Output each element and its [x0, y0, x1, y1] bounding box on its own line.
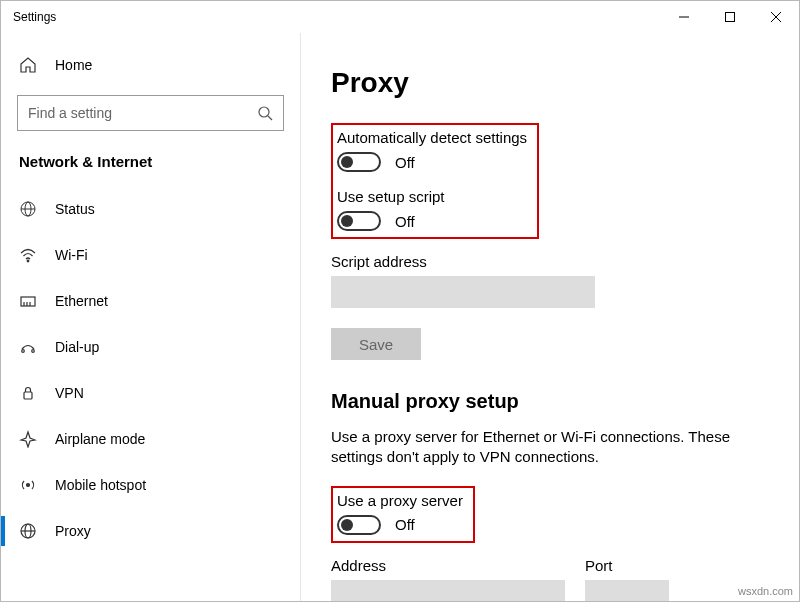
window-title: Settings: [13, 10, 56, 24]
dialup-icon: [19, 338, 37, 356]
sidebar-item-label: Proxy: [55, 523, 91, 539]
script-address-input[interactable]: [331, 276, 595, 308]
highlight-proxy-section: Use a proxy server Off: [331, 486, 475, 543]
home-icon: [19, 56, 37, 74]
svg-point-16: [32, 350, 35, 353]
svg-line-5: [268, 116, 272, 120]
vpn-icon: [19, 384, 37, 402]
use-proxy-toggle[interactable]: [337, 515, 381, 535]
auto-detect-toggle[interactable]: [337, 152, 381, 172]
proxy-icon: [19, 522, 37, 540]
sidebar-item-label: Ethernet: [55, 293, 108, 309]
port-label: Port: [585, 557, 669, 574]
script-address-block: Script address: [331, 253, 769, 308]
sidebar-item-wifi[interactable]: Wi-Fi: [1, 232, 300, 278]
address-block: Address: [331, 557, 565, 602]
sidebar-item-label: Airplane mode: [55, 431, 145, 447]
use-proxy-label: Use a proxy server: [337, 492, 463, 509]
home-label: Home: [55, 57, 92, 73]
save-button[interactable]: Save: [331, 328, 421, 360]
sidebar-item-hotspot[interactable]: Mobile hotspot: [1, 462, 300, 508]
port-block: Port: [585, 557, 669, 602]
setup-script-label: Use setup script: [337, 188, 527, 205]
use-proxy-state: Off: [395, 516, 415, 533]
manual-desc: Use a proxy server for Ethernet or Wi-Fi…: [331, 427, 751, 468]
airplane-icon: [19, 430, 37, 448]
svg-rect-10: [21, 297, 35, 306]
home-button[interactable]: Home: [1, 45, 300, 85]
address-input[interactable]: [331, 580, 565, 602]
svg-rect-1: [726, 13, 735, 22]
sidebar-item-status[interactable]: Status: [1, 186, 300, 232]
titlebar-controls: [661, 1, 799, 33]
auto-detect-label: Automatically detect settings: [337, 129, 527, 146]
titlebar: Settings: [1, 1, 799, 33]
minimize-button[interactable]: [661, 1, 707, 33]
auto-detect-state: Off: [395, 154, 415, 171]
body: Home Find a setting Network & Internet S…: [1, 33, 799, 601]
maximize-button[interactable]: [707, 1, 753, 33]
close-button[interactable]: [753, 1, 799, 33]
wifi-icon: [19, 246, 37, 264]
svg-point-4: [259, 107, 269, 117]
section-header: Network & Internet: [1, 147, 300, 186]
sidebar-item-label: Dial-up: [55, 339, 99, 355]
setup-script-toggle[interactable]: [337, 211, 381, 231]
search-input[interactable]: Find a setting: [17, 95, 284, 131]
search-icon: [257, 105, 273, 121]
sidebar-item-ethernet[interactable]: Ethernet: [1, 278, 300, 324]
port-input[interactable]: [585, 580, 669, 602]
svg-point-18: [27, 484, 30, 487]
address-label: Address: [331, 557, 565, 574]
script-address-label: Script address: [331, 253, 769, 270]
manual-title: Manual proxy setup: [331, 390, 769, 413]
hotspot-icon: [19, 476, 37, 494]
svg-point-9: [27, 260, 29, 262]
main-content: Proxy Automatically detect settings Off …: [301, 33, 799, 601]
sidebar: Home Find a setting Network & Internet S…: [1, 33, 301, 601]
page-title: Proxy: [331, 67, 769, 99]
use-proxy-row: Off: [337, 515, 463, 535]
sidebar-item-airplane[interactable]: Airplane mode: [1, 416, 300, 462]
sidebar-item-dialup[interactable]: Dial-up: [1, 324, 300, 370]
highlight-auto-section: Automatically detect settings Off Use se…: [331, 123, 539, 239]
ethernet-icon: [19, 292, 37, 310]
svg-point-15: [22, 350, 25, 353]
settings-window: Settings Home Find a setting: [0, 0, 800, 602]
sidebar-item-label: Status: [55, 201, 95, 217]
svg-rect-17: [24, 392, 32, 399]
sidebar-item-proxy[interactable]: Proxy: [1, 508, 300, 554]
sidebar-item-label: VPN: [55, 385, 84, 401]
setup-script-state: Off: [395, 213, 415, 230]
globe-icon: [19, 200, 37, 218]
setup-script-row: Off: [337, 211, 527, 231]
sidebar-item-label: Mobile hotspot: [55, 477, 146, 493]
address-port-row: Address Port: [331, 553, 769, 602]
watermark: wsxdn.com: [738, 585, 793, 597]
sidebar-item-vpn[interactable]: VPN: [1, 370, 300, 416]
sidebar-item-label: Wi-Fi: [55, 247, 88, 263]
search-placeholder: Find a setting: [28, 105, 112, 121]
auto-detect-row: Off: [337, 152, 527, 172]
